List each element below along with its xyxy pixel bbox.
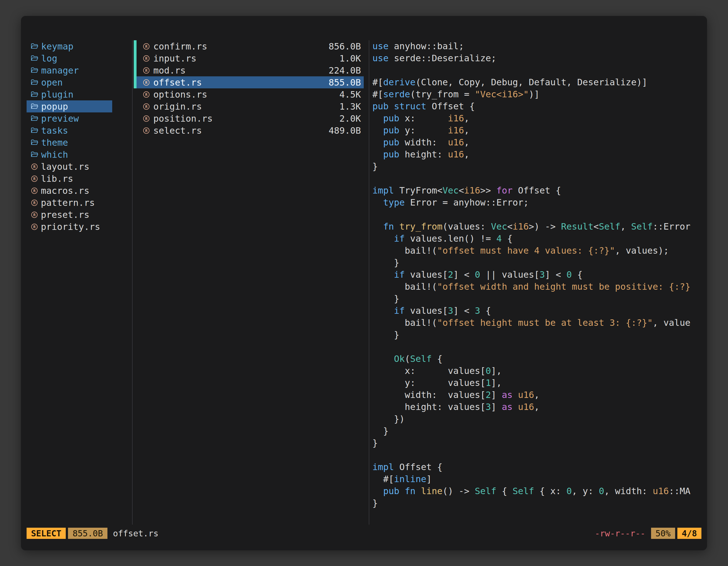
select-marker <box>134 88 137 100</box>
folder-open-icon <box>31 55 38 62</box>
dir-item-popup[interactable]: popup <box>27 100 112 112</box>
code-line: } <box>372 257 701 269</box>
file-item-position.rs[interactable]: Rposition.rs2.0K <box>134 112 364 125</box>
select-marker <box>134 100 137 112</box>
code-line <box>372 449 701 461</box>
status-filename: offset.rs <box>113 529 159 538</box>
rust-icon: R <box>31 163 38 170</box>
code-line: use serde::Deserialize; <box>372 52 701 64</box>
file-size: 1.3K <box>339 101 361 112</box>
file-name: options.rs <box>153 89 207 100</box>
code-line: Ok(Self { <box>372 353 701 365</box>
file-item-preset.rs[interactable]: Rpreset.rs <box>27 209 112 221</box>
code-line: if values[2] < 0 || values[3] < 0 { <box>372 269 701 281</box>
dir-item-preview[interactable]: preview <box>27 112 112 125</box>
file-row-body: Rorigin.rs1.3K <box>137 100 364 112</box>
dir-item-plugin[interactable]: plugin <box>27 88 112 100</box>
code-line: impl Offset { <box>372 461 701 473</box>
rust-icon: R <box>31 211 38 219</box>
code-line: pub width: u16, <box>372 137 701 149</box>
file-item-layout.rs[interactable]: Rlayout.rs <box>27 161 112 173</box>
select-marker <box>134 40 137 52</box>
file-size: 1.0K <box>339 53 361 64</box>
rust-icon: R <box>31 199 38 206</box>
rust-icon: R <box>143 67 150 74</box>
item-label: macros.rs <box>41 186 89 196</box>
item-label: plugin <box>41 89 74 100</box>
code-line: } <box>372 293 701 305</box>
file-item-select.rs[interactable]: Rselect.rs489.0B <box>134 125 364 137</box>
code-line: pub fn line() -> Self { Self { x: 0, y: … <box>372 485 701 497</box>
file-row-body: Roffset.rs855.0B <box>137 76 364 88</box>
file-item-input.rs[interactable]: Rinput.rs1.0K <box>134 52 364 64</box>
svg-text:R: R <box>33 188 36 193</box>
cursor-position-badge: 4/8 <box>677 528 701 539</box>
dir-item-tasks[interactable]: tasks <box>27 125 112 137</box>
item-label: pattern.rs <box>41 198 95 208</box>
rust-icon: R <box>143 127 150 134</box>
rust-icon: R <box>143 115 150 122</box>
mode-badge: SELECT <box>27 528 66 539</box>
item-label: popup <box>41 101 68 112</box>
code-line: } <box>372 497 701 509</box>
code-line: bail!("offset must have 4 values: {:?}",… <box>372 245 701 257</box>
code-line <box>372 341 701 353</box>
folder-open-icon <box>31 79 38 86</box>
dir-item-log[interactable]: log <box>27 52 112 64</box>
svg-text:R: R <box>145 80 148 85</box>
svg-text:R: R <box>33 200 36 205</box>
parent-pane: keymaplogmanageropenpluginpopuppreviewta… <box>27 40 112 233</box>
item-label: layout.rs <box>41 161 89 172</box>
item-label: log <box>41 53 57 64</box>
select-marker <box>134 76 137 88</box>
item-label: open <box>41 77 63 88</box>
rust-icon: R <box>143 43 150 50</box>
select-marker <box>134 52 137 64</box>
code-line: pub struct Offset { <box>372 100 701 112</box>
dir-item-manager[interactable]: manager <box>27 64 112 76</box>
code-line: #[derive(Clone, Copy, Debug, Default, De… <box>372 76 701 88</box>
svg-text:R: R <box>33 212 36 217</box>
file-row-body: Rselect.rs489.0B <box>137 125 364 137</box>
file-item-offset.rs[interactable]: Roffset.rs855.0B <box>134 76 364 88</box>
code-line: if values.len() != 4 { <box>372 233 701 245</box>
file-name: confirm.rs <box>153 41 207 52</box>
folder-open-icon <box>31 91 38 98</box>
file-size: 855.0B <box>328 77 361 88</box>
item-label: tasks <box>41 125 68 136</box>
rust-icon: R <box>31 223 38 231</box>
file-size-badge: 855.0B <box>68 528 107 539</box>
svg-text:R: R <box>145 68 148 72</box>
svg-text:R: R <box>145 44 148 48</box>
rust-icon: R <box>143 91 150 98</box>
rust-icon: R <box>31 175 38 182</box>
folder-open-icon <box>31 139 38 146</box>
dir-item-open[interactable]: open <box>27 76 112 88</box>
file-item-lib.rs[interactable]: Rlib.rs <box>27 173 112 185</box>
folder-open-icon <box>31 115 38 122</box>
dir-item-keymap[interactable]: keymap <box>27 40 112 52</box>
code-line: pub height: u16, <box>372 149 701 161</box>
code-line: height: values[3] as u16, <box>372 401 701 413</box>
folder-open-icon <box>31 127 38 134</box>
code-line: use anyhow::bail; <box>372 40 701 52</box>
file-item-origin.rs[interactable]: Rorigin.rs1.3K <box>134 100 364 112</box>
terminal-window: keymaplogmanageropenpluginpopuppreviewta… <box>21 16 707 550</box>
file-size: 2.0K <box>339 113 361 124</box>
file-item-priority.rs[interactable]: Rpriority.rs <box>27 221 112 233</box>
file-item-mod.rs[interactable]: Rmod.rs224.0B <box>134 64 364 76</box>
file-name: origin.rs <box>153 101 202 112</box>
dir-item-theme[interactable]: theme <box>27 137 112 149</box>
svg-text:R: R <box>145 92 148 97</box>
code-line: } <box>372 425 701 437</box>
file-row-body: Rposition.rs2.0K <box>137 112 364 125</box>
code-line: }) <box>372 413 701 425</box>
select-marker <box>134 112 137 125</box>
dir-item-which[interactable]: which <box>27 149 112 161</box>
file-item-macros.rs[interactable]: Rmacros.rs <box>27 185 112 197</box>
file-item-pattern.rs[interactable]: Rpattern.rs <box>27 197 112 209</box>
file-item-options.rs[interactable]: Roptions.rs4.5K <box>134 88 364 100</box>
code-line: bail!("offset width and height must be p… <box>372 281 701 293</box>
code-line: bail!("offset height must be at least 3:… <box>372 317 701 329</box>
file-item-confirm.rs[interactable]: Rconfirm.rs856.0B <box>134 40 364 52</box>
